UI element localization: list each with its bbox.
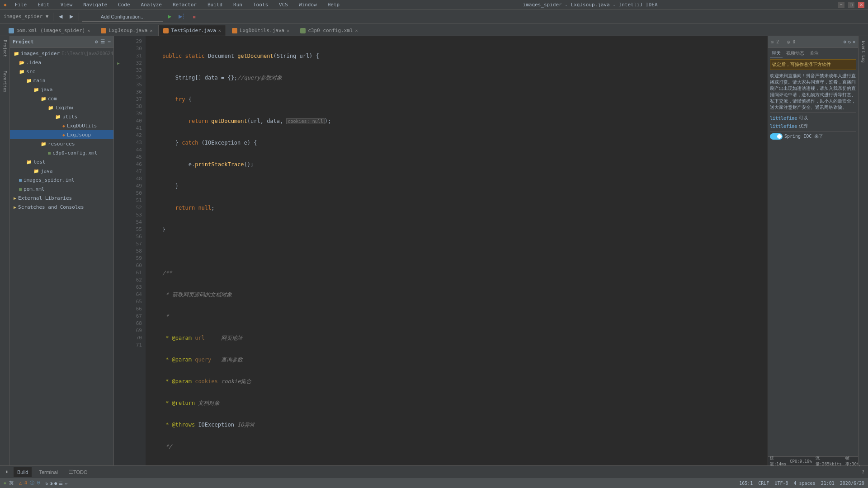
- notification-refresh-icon[interactable]: ↻: [848, 39, 851, 44]
- xml-file-icon: ■: [48, 150, 51, 155]
- bottom-tabs: ▮ Build Terminal ☰ TODO: [4, 467, 91, 477]
- tree-external-libraries[interactable]: ▶ External Libraries: [10, 193, 113, 202]
- sync-icon[interactable]: ↻: [45, 481, 48, 486]
- tree-test[interactable]: 📁 test: [10, 157, 113, 166]
- tree-pom[interactable]: ■ pom.xml: [10, 184, 113, 193]
- tab-lxgjsoup[interactable]: LxgJsoup.java ✕: [96, 25, 157, 36]
- bottom-help-icon[interactable]: ?: [862, 469, 864, 474]
- follow-tab[interactable]: 关注: [808, 50, 821, 57]
- tree-lxgdbutils[interactable]: ◆ LxgDbUtils: [10, 121, 113, 130]
- tree-java[interactable]: 📁 java: [10, 85, 113, 94]
- tab-lxgdbutils[interactable]: LxgDbUtils.java ✕: [227, 25, 294, 36]
- line-ending[interactable]: CRLF: [758, 481, 769, 486]
- tree-src[interactable]: 📁 src: [10, 67, 113, 76]
- folder-open-icon: 📁: [33, 87, 39, 92]
- notification-icons: △ 4 ⓘ 0: [19, 480, 40, 486]
- status-icons-row: ↻ ◑ ● ☰ ▱: [45, 481, 67, 486]
- tab-close-lxgjsoup[interactable]: ✕: [150, 28, 152, 33]
- tree-main[interactable]: 📁 main: [10, 76, 113, 85]
- menu-edit[interactable]: Edit: [35, 2, 52, 8]
- chat-tab[interactable]: 聊天: [770, 50, 783, 57]
- menu-vcs[interactable]: VCS: [276, 2, 291, 8]
- toolbar-stop[interactable]: ■: [190, 12, 198, 22]
- window-title: images_spider - LxgJsoup.java - IntelliJ…: [523, 2, 658, 8]
- project-minimize-icon[interactable]: −: [108, 39, 111, 45]
- indent-info[interactable]: 4 spaces: [794, 481, 816, 486]
- encoding[interactable]: UTF-8: [774, 481, 788, 486]
- close-button[interactable]: ✕: [858, 2, 864, 8]
- tree-resources[interactable]: 📁 resources: [10, 139, 113, 148]
- tree-test-java[interactable]: 📁 java: [10, 166, 113, 175]
- line-numbers: 29 30 31 32 33 34 35 36 37 38 39 40 41 4…: [123, 36, 146, 465]
- tab-c3p0config[interactable]: c3p0-config.xml ✕: [295, 25, 363, 36]
- git-branch[interactable]: ◆ 英: [4, 480, 14, 486]
- terminal-tab[interactable]: Terminal: [35, 467, 61, 477]
- toolbar-run-config[interactable]: Add Configuration...: [82, 12, 163, 22]
- tree-scratches[interactable]: ▶ Scratches and Consoles: [10, 202, 113, 211]
- cursor-position[interactable]: 165:1: [739, 481, 753, 486]
- tree-utils[interactable]: 📁 utils: [10, 112, 113, 121]
- main-layout: Project Favorites Project ⚙ ☰ − 📁 images…: [0, 36, 868, 465]
- code-line-39: /**: [149, 269, 764, 277]
- folder-open-icon: 📁: [55, 114, 61, 119]
- code-line-43: * @param query 查询参数: [149, 356, 764, 363]
- menu-file[interactable]: File: [12, 2, 30, 8]
- tab-close-c3p0config[interactable]: ✕: [355, 28, 358, 33]
- maximize-button[interactable]: □: [848, 2, 854, 8]
- toolbar-separator-1: [53, 13, 53, 21]
- tab-close-pom[interactable]: ✕: [87, 28, 90, 33]
- menu-refactor[interactable]: Refactor: [170, 2, 199, 8]
- toolbar-debug[interactable]: ▶┆: [176, 12, 188, 22]
- event-log-tab[interactable]: Event Log: [860, 38, 867, 66]
- menu-help[interactable]: Help: [325, 2, 343, 8]
- project-dropdown[interactable]: images_spider ▼: [4, 14, 48, 19]
- menu-build[interactable]: Build: [205, 2, 225, 8]
- project-layout-icon[interactable]: ☰: [100, 39, 105, 45]
- inspect-icon[interactable]: ◑: [50, 481, 52, 486]
- notification-divider-2: [770, 131, 856, 131]
- project-settings-icon[interactable]: ⚙: [95, 39, 98, 45]
- tree-images-spider[interactable]: 📁 images_spider E:\Teach\java200624\: [10, 49, 113, 58]
- code-line-44: * @param cookies cookie集合: [149, 378, 764, 385]
- code-line-46: * @throws IOException IO异常: [149, 421, 764, 428]
- menu-view[interactable]: View: [58, 2, 75, 8]
- tree-lxgzhw[interactable]: 📁 lxgzhw: [10, 103, 113, 112]
- tab-close-lxgdbutils[interactable]: ✕: [287, 28, 289, 33]
- format-icon[interactable]: ☰: [59, 481, 63, 486]
- menu-tools[interactable]: Tools: [250, 2, 271, 8]
- network-stat: 流量:265kbits: [816, 455, 842, 467]
- tree-com[interactable]: 📁 com: [10, 94, 113, 103]
- extra-icon[interactable]: ▱: [65, 481, 67, 486]
- toolbar-back[interactable]: ◀: [56, 12, 65, 22]
- tree-idea[interactable]: 📂 .idea: [10, 58, 113, 67]
- video-tab[interactable]: 视频动态: [784, 50, 806, 57]
- live-toggle[interactable]: [770, 133, 783, 140]
- menu-window[interactable]: Window: [296, 2, 320, 8]
- info-icon: ⓘ 0: [30, 480, 40, 485]
- tab-pom[interactable]: pom.xml (images_spider) ✕: [4, 25, 95, 36]
- notification-settings-icon[interactable]: ⚙: [844, 39, 846, 44]
- menu-code[interactable]: Code: [115, 2, 133, 8]
- toolbar-run[interactable]: ▶: [165, 12, 174, 22]
- menu-analyze[interactable]: Analyze: [138, 2, 165, 8]
- notification-content: 聊天 视频动态 关注 锁定后，可操作悬浮下方软件 欢迎来到直播间！抖音严禁未成年…: [768, 48, 858, 456]
- tree-c3p0config[interactable]: ■ c3p0-config.xml: [10, 148, 113, 157]
- folder-open-icon: 📁: [41, 96, 46, 101]
- code-line-38: [149, 248, 764, 255]
- toolbar-forward[interactable]: ▶: [67, 12, 76, 22]
- build-tab[interactable]: Build: [14, 467, 32, 477]
- tree-iml[interactable]: ■ images_spider.iml: [10, 175, 113, 184]
- notification-close-icon[interactable]: ✕: [853, 39, 855, 44]
- minimize-button[interactable]: −: [838, 2, 844, 8]
- tab-close-testspider[interactable]: ✕: [218, 28, 221, 33]
- bottom-sidebar-icon[interactable]: ▮: [4, 470, 10, 474]
- tree-lxgjsoup[interactable]: ◆ LxgJsoup: [10, 130, 113, 139]
- power-icon[interactable]: ●: [54, 481, 57, 486]
- menu-run[interactable]: Run: [231, 2, 245, 8]
- favorites-sidebar-btn[interactable]: Favorites: [1, 69, 9, 94]
- code-editor[interactable]: public static Document getDocument(Strin…: [146, 36, 768, 465]
- menu-navigate[interactable]: Navigate: [80, 2, 110, 8]
- tab-testspider[interactable]: TestSpider.java ✕: [158, 25, 226, 36]
- todo-tab[interactable]: ☰ TODO: [65, 467, 91, 477]
- project-sidebar-btn[interactable]: Project: [1, 38, 9, 59]
